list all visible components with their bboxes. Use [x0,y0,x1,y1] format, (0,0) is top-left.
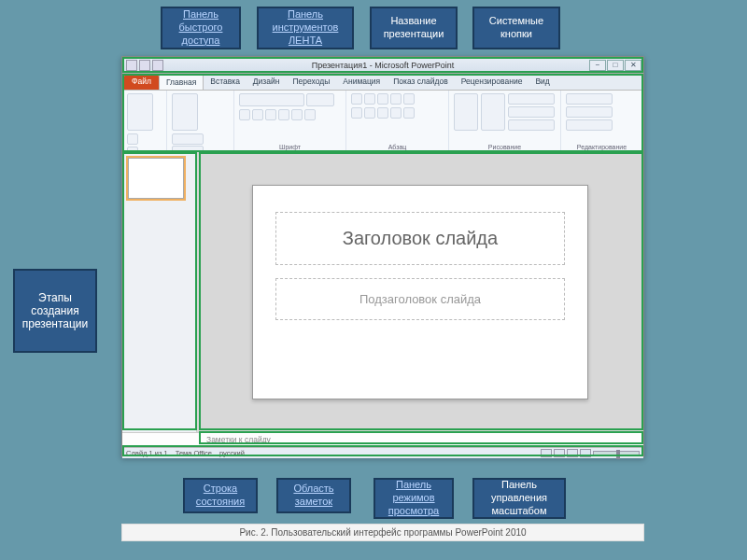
find-button[interactable] [566,93,613,105]
callout-notes-label: Область заметок [284,483,344,509]
notes-pane[interactable]: Заметки к слайду [122,432,643,447]
quick-access-toolbar[interactable] [122,60,163,71]
columns-icon[interactable] [403,107,415,119]
close-button[interactable]: ✕ [625,60,641,71]
stages-box[interactable]: Этапы создания презентации [13,269,97,353]
stages-label: Этапы создания презентации [19,291,92,330]
zoom-slider[interactable] [593,451,640,456]
group-editing: Редактирование [561,91,643,151]
redo-icon[interactable] [152,60,163,71]
tab-view[interactable]: Вид [529,75,556,90]
shape-effects-button[interactable] [508,119,555,131]
status-bar: Слайд 1 из 1 Тема Office русский [122,447,643,458]
tab-review[interactable]: Рецензирование [455,75,529,90]
bold-icon[interactable] [239,109,250,120]
callout-sys-label: Системные кнопки [480,15,553,41]
callout-qat-label: Панель быстрого доступа [168,8,233,47]
layout-button[interactable] [172,133,204,145]
theme-name: Тема Office [176,449,212,457]
callout-status-label: Строка состояния [190,483,250,509]
callout-title-label: Название презентации [377,15,450,41]
thumbnail-panel[interactable] [122,152,197,432]
callout-notes[interactable]: Область заметок [276,478,351,513]
tab-slideshow[interactable]: Показ слайдов [387,75,455,90]
shape-fill-button[interactable] [508,93,555,105]
arrange-button[interactable] [481,93,505,131]
shapes-button[interactable] [454,93,478,131]
new-slide-button[interactable] [172,93,198,131]
group-drawing-label: Рисование [454,144,556,150]
tab-design[interactable]: Дизайн [247,75,287,90]
group-font-label: Шрифт [239,144,341,150]
strike-icon[interactable] [278,109,289,120]
ribbon-tabs: Файл Главная Вставка Дизайн Переходы Ани… [122,74,643,91]
replace-button[interactable] [566,106,613,118]
slide-counter: Слайд 1 из 1 [126,449,168,457]
slide: Заголовок слайда Подзаголовок слайда [252,185,588,399]
align-center-icon[interactable] [364,107,375,119]
undo-icon[interactable] [139,60,150,71]
language-indicator[interactable]: русский [219,449,245,457]
align-left-icon[interactable] [351,107,362,119]
notes-placeholder: Заметки к слайду [206,435,271,444]
minimize-button[interactable]: − [589,60,606,71]
callout-views[interactable]: Панель режимов просмотра [374,478,454,519]
title-bar: Презентация1 - Microsoft PowerPoint − □ … [122,57,643,74]
cut-icon[interactable] [127,133,138,145]
callout-zoom[interactable]: Панель управления масштабом [472,478,566,519]
italic-icon[interactable] [252,109,263,120]
callout-views-label: Панель режимов просмотра [381,479,446,517]
tab-transitions[interactable]: Переходы [286,75,336,90]
maximize-button[interactable]: □ [607,60,624,71]
shape-outline-button[interactable] [508,106,555,118]
system-buttons: − □ ✕ [589,60,643,71]
group-paragraph: Абзац [346,91,449,151]
reading-view-button[interactable] [567,449,578,457]
figure-caption: Рис. 2. Пользовательский интерфейс прогр… [121,524,644,541]
tab-home[interactable]: Главная [159,75,204,90]
line-spacing-icon[interactable] [403,93,415,105]
callout-sys[interactable]: Системные кнопки [472,7,560,49]
tab-animation[interactable]: Анимация [336,75,387,90]
callout-qat[interactable]: Панель быстрого доступа [161,7,241,49]
paste-button[interactable] [127,93,153,131]
align-right-icon[interactable] [377,107,388,119]
powerpoint-window: Презентация1 - Microsoft PowerPoint − □ … [121,56,644,457]
bullets-icon[interactable] [351,93,362,105]
window-title: Презентация1 - Microsoft PowerPoint [122,61,643,70]
callout-ribbon[interactable]: Панель инструментов ЛЕНТА [257,7,354,49]
sorter-view-button[interactable] [554,449,565,457]
group-drawing: Рисование [449,91,561,151]
callout-title[interactable]: Название презентации [370,7,458,49]
font-size-combo[interactable] [306,93,334,106]
callout-zoom-label: Панель управления масштабом [480,479,558,517]
numbering-icon[interactable] [364,93,375,105]
tab-insert[interactable]: Вставка [204,75,247,90]
file-tab[interactable]: Файл [124,75,159,90]
work-area: Заголовок слайда Подзаголовок слайда [122,152,643,432]
slide-canvas[interactable]: Заголовок слайда Подзаголовок слайда [197,152,643,432]
normal-view-button[interactable] [541,449,552,457]
font-name-combo[interactable] [239,93,304,106]
callout-status[interactable]: Строка состояния [183,478,258,513]
slide-thumbnail[interactable] [128,158,184,199]
select-button[interactable] [566,119,613,131]
indent-increase-icon[interactable] [390,93,402,105]
font-color-icon[interactable] [304,109,316,120]
title-placeholder[interactable]: Заголовок слайда [275,212,565,265]
indent-decrease-icon[interactable] [377,93,388,105]
underline-icon[interactable] [265,109,276,120]
justify-icon[interactable] [390,107,402,119]
group-slides: Слайды [167,91,234,151]
ribbon: Буфер обмена Слайды [122,91,643,152]
save-icon[interactable] [126,60,137,71]
group-clipboard: Буфер обмена [122,91,167,151]
group-paragraph-label: Абзац [351,144,444,150]
subtitle-placeholder[interactable]: Подзаголовок слайда [275,278,565,320]
group-editing-label: Редактирование [566,144,638,150]
shadow-icon[interactable] [291,109,303,120]
group-font: Шрифт [234,91,346,151]
callout-ribbon-label: Панель инструментов ЛЕНТА [264,8,346,47]
slideshow-view-button[interactable] [580,449,591,457]
